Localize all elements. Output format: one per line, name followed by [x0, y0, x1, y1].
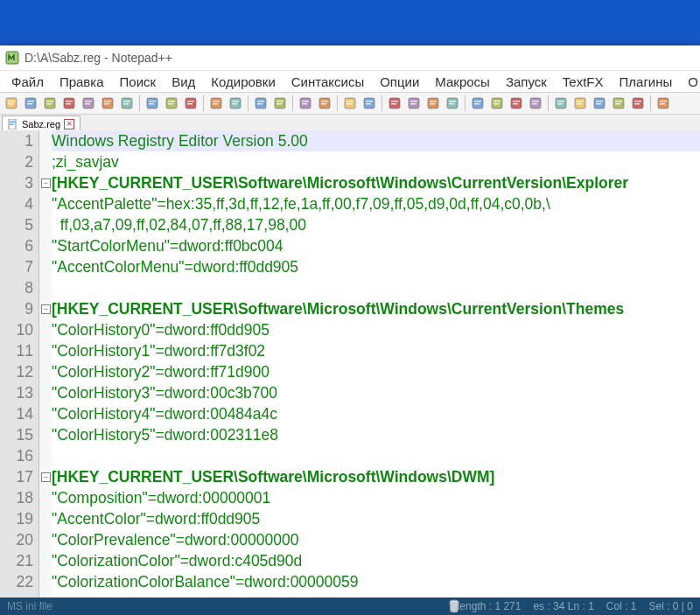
status-lines: es : 34 Ln : 1: [533, 600, 593, 612]
line-number: 2: [0, 151, 33, 172]
play-multi-icon[interactable]: [610, 94, 627, 112]
close-icon[interactable]: ✕: [64, 119, 74, 129]
svg-rect-18: [104, 103, 109, 105]
indent-guide-icon[interactable]: [424, 94, 442, 112]
spellcheck-icon[interactable]: [654, 94, 672, 112]
line-number: 1: [0, 130, 33, 151]
code-line: Windows Registry Editor Version 5.00: [52, 130, 700, 151]
svg-rect-33: [213, 103, 218, 105]
save-macro-icon[interactable]: [629, 94, 647, 112]
save-all-icon[interactable]: [60, 94, 78, 112]
svg-rect-93: [634, 103, 640, 105]
svg-rect-39: [257, 103, 262, 105]
sync-v-icon[interactable]: [341, 94, 359, 112]
code-editor[interactable]: 12345678910111213141516171819202122 −−− …: [0, 130, 700, 598]
svg-rect-63: [430, 103, 435, 105]
app-window: D:\A\Sabz.reg - Notepad++ ФайлПравкаПоис…: [0, 45, 700, 615]
svg-rect-29: [187, 101, 194, 102]
svg-rect-17: [104, 101, 111, 102]
title-bar[interactable]: D:\A\Sabz.reg - Notepad++: [0, 45, 700, 70]
zoom-in-icon[interactable]: [297, 94, 314, 112]
menu-bar: ФайлПравкаПоискВидКодировкиСинтаксисыОпц…: [0, 70, 700, 92]
line-number: 5: [0, 214, 33, 235]
save-icon[interactable]: [41, 94, 59, 112]
zoom-out-icon[interactable]: [316, 94, 333, 112]
toolbar-separator: [382, 95, 382, 111]
status-filetype: MS ini file: [7, 600, 52, 612]
line-number: 4: [0, 193, 33, 214]
menu-синтаксисы[interactable]: Синтаксисы: [284, 73, 372, 91]
line-number: 14: [0, 403, 33, 424]
code-line: [HKEY_CURRENT_USER\Software\Microsoft\Wi…: [52, 298, 700, 319]
record-macro-icon[interactable]: [552, 94, 570, 112]
func-list-icon[interactable]: [508, 94, 525, 112]
toolbar-separator: [248, 95, 248, 111]
monitor-icon[interactable]: [527, 94, 544, 112]
cut-icon[interactable]: [144, 94, 161, 112]
svg-rect-38: [257, 101, 264, 102]
svg-rect-24: [149, 103, 154, 105]
code-line: "AccentColorMenu"=dword:ff0dd905: [52, 256, 700, 277]
menu-о[interactable]: О: [680, 73, 700, 91]
svg-rect-66: [449, 103, 454, 105]
code-line: "ColorHistory0"=dword:ff0dd905: [52, 319, 700, 340]
svg-rect-56: [391, 101, 398, 102]
line-number: 22: [0, 571, 33, 592]
show-chars-icon[interactable]: [405, 94, 423, 112]
menu-плагины[interactable]: Плагины: [612, 73, 681, 91]
new-file-icon[interactable]: [3, 94, 20, 112]
svg-rect-50: [346, 101, 354, 102]
code-line: "ColorPrevalence"=dword:00000000: [52, 529, 700, 550]
toolbar-separator: [465, 95, 466, 111]
svg-rect-53: [366, 101, 373, 102]
menu-запуск[interactable]: Запуск: [498, 73, 555, 91]
code-line: "AccentColor"=dword:ff0dd905: [52, 508, 700, 529]
code-line: "Composition"=dword:00000001: [52, 487, 700, 508]
svg-rect-35: [232, 101, 239, 102]
menu-вид[interactable]: Вид: [164, 73, 203, 91]
fold-toggle[interactable]: −: [41, 472, 51, 482]
replace-icon[interactable]: [271, 94, 289, 112]
code-line: [HKEY_CURRENT_USER\Software\Microsoft\Wi…: [52, 466, 700, 487]
toolbar: [0, 92, 700, 115]
paste-icon[interactable]: [182, 94, 200, 112]
line-number: 13: [0, 382, 33, 403]
fold-toggle[interactable]: −: [41, 178, 51, 188]
close-icon[interactable]: [80, 94, 97, 112]
svg-rect-62: [430, 101, 437, 102]
folder-icon[interactable]: [469, 94, 486, 112]
find-icon[interactable]: [252, 94, 270, 112]
menu-правка[interactable]: Правка: [52, 73, 112, 91]
sync-h-icon[interactable]: [360, 94, 378, 112]
menu-файл[interactable]: Файл: [4, 73, 52, 91]
svg-rect-14: [85, 101, 92, 102]
menu-кодировки[interactable]: Кодировки: [203, 73, 283, 91]
stop-macro-icon[interactable]: [571, 94, 589, 112]
svg-rect-8: [46, 101, 53, 102]
play-macro-icon[interactable]: [591, 94, 608, 112]
redo-icon[interactable]: [227, 94, 244, 112]
svg-rect-92: [634, 101, 641, 102]
lang-icon[interactable]: [444, 94, 461, 112]
doc-map-icon[interactable]: [488, 94, 506, 112]
svg-rect-32: [213, 101, 220, 102]
undo-icon[interactable]: [207, 94, 225, 112]
code-line: "ColorHistory2"=dword:ff71d900: [52, 361, 700, 382]
menu-textfx[interactable]: TextFX: [555, 73, 612, 91]
toolbar-separator: [292, 95, 293, 111]
svg-rect-90: [615, 103, 620, 105]
fold-toggle[interactable]: −: [41, 304, 51, 314]
code-area[interactable]: Windows Registry Editor Version 5.00;zi_…: [52, 130, 700, 598]
menu-поиск[interactable]: Поиск: [112, 73, 164, 91]
svg-rect-87: [596, 103, 601, 105]
svg-rect-30: [187, 103, 192, 105]
line-number: 12: [0, 361, 33, 382]
print-icon[interactable]: [118, 94, 136, 112]
open-file-icon[interactable]: [22, 94, 39, 112]
copy-icon[interactable]: [163, 94, 180, 112]
menu-опции[interactable]: Опции: [372, 73, 427, 91]
svg-rect-45: [302, 103, 307, 105]
menu-макросы[interactable]: Макросы: [427, 73, 498, 91]
wrap-icon[interactable]: [386, 94, 403, 112]
close-all-icon[interactable]: [99, 94, 116, 112]
